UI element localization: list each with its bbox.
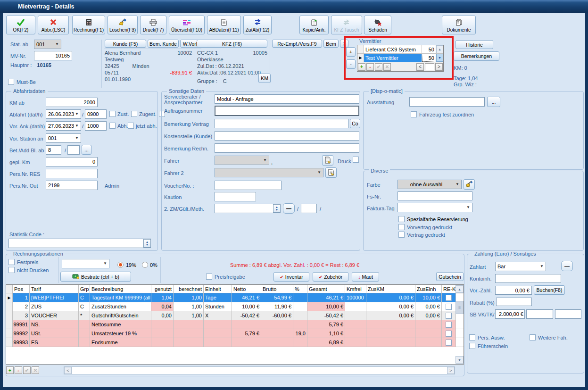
pers-nr-out-input[interactable]: 2199 [46,181,98,190]
table-cell[interactable]: NS. [30,320,79,329]
co-button[interactable]: Co [350,119,360,128]
table-scroll-thumb[interactable]: ≡ [455,301,464,314]
nicht-drucken-checkbox[interactable] [8,267,15,273]
table-cell[interactable]: 19,0 [293,329,307,338]
voucher-input[interactable] [215,181,282,190]
jetzt-abh-checkbox[interactable] [128,123,134,129]
table-cell[interactable]: -60,00 € [261,311,293,320]
fs-nr-input[interactable] [398,191,472,200]
table-cell[interactable]: 0,00 € [415,311,442,320]
table-cell[interactable]: 0,00 € [366,311,415,320]
table-cell[interactable]: 6,89 € [307,338,345,347]
table-cell[interactable] [204,329,232,338]
table-cell[interactable]: 1,00 [174,311,204,320]
table-cell[interactable] [415,320,442,329]
table-cell[interactable] [151,320,174,329]
table-cell[interactable]: 46,21 € [307,293,345,302]
inventar-button[interactable]: ✔ Inventar [273,272,309,282]
table-cell[interactable]: Gutschrift/Gutschein [90,311,151,320]
ausstattung-browse-button[interactable]: ... [487,97,500,107]
table-cell[interactable] [79,329,90,338]
table-row[interactable]: 99993ES.Endsumme6,89 € [6,338,464,347]
table-cell[interactable]: 100000 [345,293,366,302]
overview-button[interactable]: Übersicht(F10) [169,16,205,34]
must-be-checkbox[interactable] [8,79,14,85]
statistik-code-select[interactable]: ▲▼ [8,239,151,248]
table-cell[interactable]: 0,00 [151,311,174,320]
column-header[interactable]: Beschreibung [90,285,151,293]
table-cell[interactable]: ZusatzStunden [90,302,151,311]
pers-nr-res-input[interactable] [46,169,98,178]
table-cell[interactable]: 1,10 € [307,329,345,338]
table-cell[interactable]: 99991 [13,320,30,329]
re-empf-button[interactable]: Re-Empf./Vers.F9 [272,40,322,48]
column-header[interactable]: Brutto [261,285,293,293]
vat0-radio[interactable] [142,262,148,268]
ausstattung-input[interactable] [409,97,485,107]
vor-zahl-input[interactable]: 0,00 € [495,286,532,295]
table-cell[interactable] [232,338,261,347]
zubehoer-button[interactable]: ✔ Zubehör [313,272,348,282]
gutschein-button[interactable]: Gutschein [436,272,464,281]
damage-button[interactable]: Schäden [364,16,391,34]
re-k-checkbox[interactable] [446,340,452,346]
column-header[interactable]: ZusKM [366,285,415,293]
table-row[interactable]: 2ZUSCZusatzStunden0,041,00Stunden10,00 €… [6,302,464,311]
table-cell[interactable] [174,338,204,347]
table-cell[interactable]: C [79,302,90,311]
table-cell[interactable]: 5,79 € [307,320,345,329]
delete-button[interactable]: Löschen(F3) [108,16,138,34]
table-cell[interactable]: 1 [13,293,30,302]
table-cell[interactable] [293,320,307,329]
position-add-button[interactable]: + [6,366,14,374]
table-cell[interactable]: Endsumme [90,338,151,347]
table-cell[interactable]: 0,00 € [366,293,415,302]
fuehrerschein-checkbox[interactable] [469,343,475,349]
kfz-button[interactable]: KFZ (F6) [197,40,267,48]
table-cell[interactable]: USt. [30,329,79,338]
column-header[interactable]: Grp [79,285,90,293]
table-cell[interactable]: 0,00 € [366,302,415,311]
re-k-checkbox[interactable] [446,313,452,319]
table-cell[interactable]: 46,21 € [232,293,261,302]
serviceberater-input[interactable]: Modul - Anfrage [215,94,359,104]
table-cell[interactable] [293,302,307,311]
bet-input-2[interactable] [67,145,80,155]
zahlart-select[interactable]: Bar▼ [495,262,546,271]
festpreis-checkbox[interactable] [8,259,15,265]
preisfreigabe-checkbox[interactable] [206,274,212,280]
km-button[interactable]: KM [258,74,271,83]
fahrer-sheet-button[interactable] [322,155,333,166]
column-header[interactable]: Einheit [204,285,232,293]
sb-vk-input[interactable]: 2.000,00 € [495,309,525,319]
column-header[interactable]: ZusEinh [415,285,442,293]
table-cell[interactable] [174,320,204,329]
column-header[interactable]: % [293,285,307,293]
vor-station-select[interactable]: 001▼ [46,133,81,143]
table-cell[interactable] [261,338,293,347]
table-cell[interactable] [79,338,90,347]
sb-tk-input[interactable] [526,309,553,319]
table-cell[interactable]: X [204,311,232,320]
table-cell[interactable] [151,338,174,347]
table-cell[interactable]: 99993 [13,338,30,347]
gepl-km-input[interactable]: 0 [46,157,98,166]
table-cell[interactable] [345,311,366,320]
table-cell[interactable]: 11,90 € [261,302,293,311]
print-button[interactable]: Druck(F7) [140,16,166,34]
spinner-icon[interactable]: ▲▼ [143,239,150,248]
table-scroll-up[interactable]: ▲ [455,285,464,293]
table-cell[interactable] [345,338,366,347]
table-cell[interactable]: 0,04 [151,302,174,311]
table-cell[interactable]: VOUCHER [30,311,79,320]
fahrer2-sheet-button[interactable] [325,167,337,178]
hscroll-left[interactable]: < [64,367,72,374]
table-cell[interactable]: Tage [204,293,232,302]
table-cell[interactable]: ZUS [30,302,79,311]
bet-browse-button[interactable]: ... [82,145,91,155]
copy-attach-button[interactable]: Kopie/Anh. [299,16,329,34]
kaution-input[interactable] [215,192,256,201]
tarif-select[interactable]: ▼ [62,259,109,268]
abh-checkbox[interactable] [109,123,116,129]
table-scroll-down[interactable]: ▼ [455,356,464,364]
